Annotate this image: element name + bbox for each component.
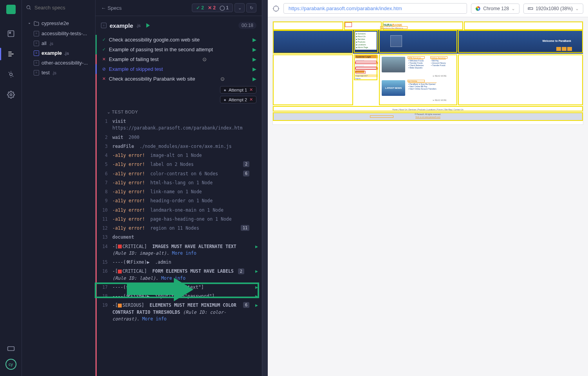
line-number: 12 bbox=[97, 225, 112, 232]
log-line[interactable]: 13document bbox=[97, 233, 262, 242]
svg-point-10 bbox=[10, 94, 12, 96]
log-line[interactable]: 2wait 2000 bbox=[97, 133, 262, 142]
play-test-icon[interactable]: ▶ bbox=[253, 37, 256, 43]
test-title: Example of failing test bbox=[109, 56, 159, 62]
app-logo[interactable] bbox=[6, 5, 16, 14]
specs-nav-icon[interactable] bbox=[7, 50, 15, 58]
file-name: example bbox=[41, 50, 62, 56]
test-title: Example of skipped test bbox=[109, 66, 163, 72]
cypress-logo[interactable]: cy bbox=[5, 359, 16, 370]
spec-file-item[interactable]: ≡example.js bbox=[22, 48, 95, 58]
folder-icon bbox=[34, 21, 39, 26]
line-number: 16 bbox=[97, 268, 112, 282]
pin-icon[interactable]: ▶ bbox=[255, 302, 258, 309]
keyboard-icon[interactable] bbox=[7, 345, 15, 353]
log-line[interactable]: 3readFile ./node_modules/axe-core/axe.mi… bbox=[97, 142, 262, 151]
test-row[interactable]: ✓Example of passing test in the second a… bbox=[96, 45, 262, 54]
target-icon[interactable] bbox=[272, 5, 280, 12]
log-line[interactable]: 12-a11y error! region on 11 Nodes11 bbox=[97, 224, 262, 233]
line-number: 5 bbox=[97, 161, 112, 168]
test-row[interactable]: ✕Example of failing test⊙▶ bbox=[96, 54, 262, 64]
chevron-down-button[interactable]: ⌄ bbox=[234, 3, 245, 13]
pin-icon[interactable]: ▶ bbox=[255, 268, 258, 275]
search-input[interactable] bbox=[34, 5, 100, 11]
attempt-pill[interactable]: ●Attempt 2✕ bbox=[220, 96, 256, 103]
line-number: 1 bbox=[97, 118, 112, 132]
file-icon: ≡ bbox=[34, 60, 39, 66]
svg-line-9 bbox=[13, 76, 13, 77]
log-content: -a11y error! region on 11 Nodes bbox=[112, 225, 258, 232]
count-badge: 6 bbox=[243, 171, 249, 176]
log-content: wait 2000 bbox=[112, 134, 258, 141]
home-icon[interactable] bbox=[7, 30, 15, 38]
viewport-selector[interactable]: 1920x1080 (38%) ⌄ bbox=[523, 4, 583, 14]
log-line[interactable]: 15----(🛠Fixme)▶ .admin bbox=[97, 258, 262, 267]
browser-preview: https://parabank.parasoft.com/parabank/i… bbox=[268, 0, 588, 376]
ruler-icon bbox=[528, 6, 533, 11]
log-line[interactable]: 9-a11y error! heading-order on 1 Node bbox=[97, 196, 262, 205]
spec-file-icon: ≡ bbox=[101, 23, 106, 28]
test-row[interactable]: ⊘Example of skipped test▶ bbox=[96, 64, 262, 74]
chrome-icon bbox=[475, 6, 481, 11]
test-row[interactable]: ✕Check accessibility Parabank web site⊙▶ bbox=[96, 74, 262, 84]
attempt-pill[interactable]: ●Attempt 1✕ bbox=[220, 86, 256, 94]
log-content: -a11y error! color-contrast on 6 Nodes bbox=[112, 171, 258, 177]
spec-file-item[interactable]: ≡test.js bbox=[22, 68, 95, 77]
spec-file-item[interactable]: ≡accessibility-tests-... bbox=[22, 29, 95, 38]
svg-point-5 bbox=[9, 73, 12, 76]
line-number: 8 bbox=[97, 189, 112, 195]
arrow-annotation bbox=[123, 274, 201, 305]
pin-icon[interactable]: ▶ bbox=[255, 284, 258, 291]
log-line[interactable]: 8-a11y error! link-name on 1 Node bbox=[97, 187, 262, 196]
spec-file-item[interactable]: ≡other-accessibility-... bbox=[22, 58, 95, 68]
log-line[interactable]: 4-a11y error! image-alt on 1 Node bbox=[97, 151, 262, 160]
play-test-icon[interactable]: ▶ bbox=[253, 56, 256, 62]
log-content: -[SERIOUS] ELEMENTS MUST MEET MINIMUM CO… bbox=[112, 302, 258, 322]
test-body-header[interactable]: ⌄ TEST BODY bbox=[96, 106, 262, 117]
browser-selector[interactable]: Chrome 128 ⌄ bbox=[471, 4, 519, 14]
line-number: 6 bbox=[97, 171, 112, 177]
pin-icon[interactable]: ▶ bbox=[255, 243, 258, 250]
chevron-down-icon bbox=[27, 22, 31, 25]
svg-rect-23 bbox=[528, 7, 533, 9]
svg-rect-11 bbox=[7, 347, 14, 351]
scrollbar[interactable] bbox=[262, 0, 268, 376]
play-test-icon[interactable]: ▶ bbox=[253, 47, 256, 52]
search-icon bbox=[26, 5, 31, 10]
spec-name: example bbox=[110, 22, 133, 29]
spec-file-item[interactable]: ≡all.js bbox=[22, 38, 95, 48]
svg-rect-1 bbox=[9, 32, 10, 33]
command-log[interactable]: 1visit https://parabank.parasoft.com/par… bbox=[96, 117, 262, 376]
website-preview[interactable]: PARABANK Experience the difference ■ Sol… bbox=[272, 21, 583, 125]
line-number: 7 bbox=[97, 180, 112, 186]
log-line[interactable]: 1visit https://parabank.parasoft.com/par… bbox=[97, 117, 262, 133]
play-all-button[interactable] bbox=[144, 22, 152, 29]
log-content: -a11y error! image-alt on 1 Node bbox=[112, 152, 258, 159]
reload-button[interactable]: ↻ bbox=[246, 3, 256, 13]
specs-back-link[interactable]: ← Specs bbox=[101, 5, 122, 11]
debug-icon[interactable] bbox=[7, 70, 15, 78]
url-bar[interactable]: https://parabank.parasoft.com/parabank/i… bbox=[283, 3, 467, 14]
log-content: -a11y error! label on 2 Nodes bbox=[112, 161, 258, 168]
log-line[interactable]: 5-a11y error! label on 2 Nodes2 bbox=[97, 160, 262, 169]
count-badge: 2 bbox=[243, 161, 249, 167]
log-line[interactable]: 11-a11y error! page-has-heading-one on 1… bbox=[97, 215, 262, 224]
play-test-icon[interactable]: ▶ bbox=[253, 66, 256, 72]
pin-icon[interactable]: ▶ bbox=[255, 293, 258, 300]
log-line[interactable]: 14-[CRITICAL] IMAGES MUST HAVE ALTERNATE… bbox=[97, 242, 262, 258]
line-number: 2 bbox=[97, 134, 112, 141]
log-line[interactable]: 6-a11y error! color-contrast on 6 Nodes6 bbox=[97, 169, 262, 178]
line-number: 3 bbox=[97, 143, 112, 150]
file-name: other-accessibility-... bbox=[41, 60, 88, 66]
test-title: Example of passing test in the second at… bbox=[109, 47, 213, 52]
test-title: Check accessibility google.com web site bbox=[109, 37, 200, 43]
settings-icon[interactable] bbox=[7, 91, 15, 99]
log-line[interactable]: 10-a11y error! landmark-one-main on 1 No… bbox=[97, 206, 262, 215]
test-row[interactable]: ✓Check accessibility google.com web site… bbox=[96, 35, 262, 45]
log-content: -[CRITICAL] IMAGES MUST HAVE ALTERNATE T… bbox=[112, 243, 258, 257]
play-test-icon[interactable]: ▶ bbox=[253, 76, 256, 82]
log-content: document bbox=[112, 234, 258, 241]
log-line[interactable]: 7-a11y error! html-has-lang on 1 Node bbox=[97, 178, 262, 187]
folder-row[interactable]: cypress\e2e bbox=[22, 18, 95, 29]
log-content: -a11y error! link-name on 1 Node bbox=[112, 189, 258, 195]
